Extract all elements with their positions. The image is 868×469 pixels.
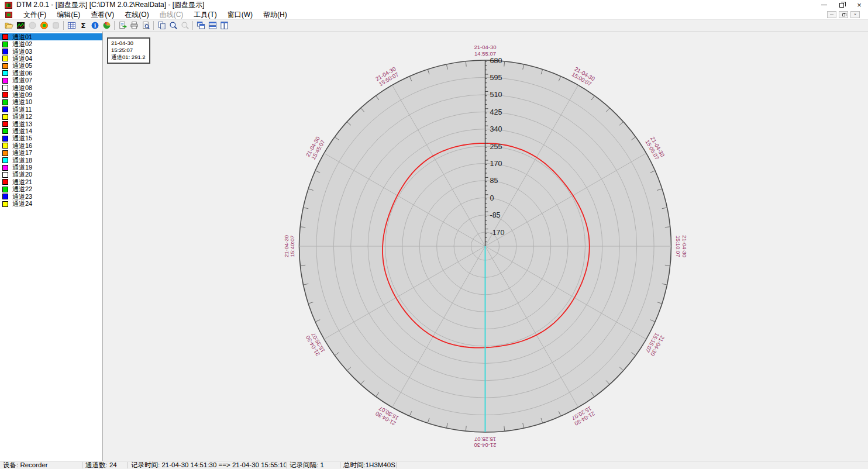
channel-item-24[interactable]: 通道24 (0, 200, 102, 207)
svg-text:Σ: Σ (81, 22, 85, 30)
close-button[interactable]: × (850, 0, 868, 10)
info-button[interactable]: i (89, 20, 101, 31)
mdi-window-controls: × (827, 11, 868, 18)
open-file-button[interactable] (3, 20, 15, 31)
menu-item-3[interactable]: 查看(V) (85, 9, 119, 20)
channel-color-swatch (2, 136, 8, 142)
mdi-minimize-button[interactable] (827, 11, 836, 18)
menu-bar: 文件(F)编辑(E)查看(V)在线(O)曲线(C)工具(T)窗口(W)帮助(H)… (0, 10, 868, 20)
channel-color-swatch (2, 194, 8, 199)
realtime-curve-icon (16, 21, 25, 30)
status-section-2: 通道数: 24 (82, 461, 128, 469)
channel-color-swatch (2, 179, 8, 185)
minimize-button[interactable] (815, 0, 833, 10)
statistics-sigma-button[interactable]: Σ (77, 20, 89, 31)
menu-item-6[interactable]: 工具(T) (188, 9, 222, 20)
record-button[interactable] (38, 20, 50, 31)
close-icon: × (857, 1, 862, 9)
time-label: 21-04-3015:40:07 (283, 235, 296, 257)
mdi-child-icon (5, 12, 12, 18)
axis-label: -170 (490, 229, 505, 237)
cascade-windows-icon (197, 21, 205, 30)
data-table-icon (67, 21, 76, 30)
channel-color-swatch (2, 70, 8, 76)
tile-horizontal-icon (208, 21, 217, 30)
channel-color-swatch (2, 143, 8, 149)
tile-horizontal-button[interactable] (206, 20, 218, 31)
channel-label: 通道24 (12, 199, 32, 208)
svg-text:21-04-3015:40:07: 21-04-3015:40:07 (283, 235, 296, 257)
print-icon (130, 21, 139, 30)
channel-color-swatch (2, 85, 8, 91)
mdi-restore-button[interactable] (839, 11, 848, 18)
data-table-button[interactable] (66, 20, 77, 31)
axis-label: 255 (490, 143, 502, 151)
status-section-1: 设备: Recorder (0, 461, 82, 469)
menu-item-7[interactable]: 窗口(W) (222, 9, 258, 20)
pie-chart-button[interactable] (101, 20, 112, 31)
axis-label: 340 (490, 125, 502, 133)
export-button[interactable] (116, 20, 128, 31)
tile-vertical-button[interactable] (218, 20, 230, 31)
axis-label: 170 (490, 160, 502, 168)
mdi-close-button[interactable]: × (850, 11, 860, 18)
main-content: 通道01通道02通道03通道04通道05通道06通道07通道08通道09通道10… (0, 32, 868, 461)
channel-color-swatch (2, 128, 8, 134)
print-preview-button[interactable] (140, 20, 151, 31)
record-icon (40, 21, 49, 30)
zoom-selection-button (179, 20, 191, 31)
cascade-windows-button[interactable] (195, 20, 206, 31)
time-label: 21-04-3014:55:07 (474, 44, 496, 57)
print-preview-icon (142, 21, 150, 30)
info-icon: i (91, 21, 99, 30)
menu-item-4[interactable]: 在线(O) (119, 9, 154, 20)
channel-color-swatch (2, 106, 8, 112)
window-controls: × (815, 0, 868, 10)
time-label: 21-04-3015:10:07 (675, 235, 688, 257)
status-section-5: 总时间:1H3M40S (340, 461, 396, 469)
channel-list-panel: 通道01通道02通道03通道04通道05通道06通道07通道08通道09通道10… (0, 32, 103, 461)
status-section-4: 记录间隔: 1 (287, 461, 340, 469)
axis-label: 0 (490, 194, 494, 202)
open-file-icon (5, 21, 13, 30)
channel-color-swatch (2, 56, 8, 61)
mdi-minimize-icon (830, 15, 833, 15)
zoom-selection-icon (181, 21, 190, 30)
axis-label: -85 (490, 211, 501, 219)
svg-text:21-04-3015:10:07: 21-04-3015:10:07 (675, 235, 688, 257)
status-bar: 设备: Recorder通道数: 24记录时间: 21-04-30 14:51:… (0, 461, 868, 469)
play-button (26, 20, 38, 31)
axis-label: 425 (490, 108, 502, 116)
copy-button[interactable] (156, 20, 167, 31)
channel-color-swatch (2, 187, 8, 192)
print-button[interactable] (128, 20, 140, 31)
time-label: 21-04-3015:25:07 (474, 436, 496, 449)
channel-color-swatch (2, 172, 8, 178)
menu-item-5: 曲线(C) (154, 9, 189, 20)
channel-color-swatch (2, 34, 8, 40)
svg-text:21-04-3015:25:07: 21-04-3015:25:07 (474, 436, 496, 449)
channel-color-swatch (2, 99, 8, 105)
axis-label: 510 (490, 91, 502, 99)
app-window: DTM 2.0.1 - [圆盘显示] [C:\DTM 2.0.2\RealDat… (0, 0, 868, 469)
status-divider (396, 462, 397, 468)
disc-chart-area: 21-04-30 15:25:07 通道01: 291.2 6805955104… (103, 32, 868, 461)
minimize-icon (821, 5, 827, 5)
menu-item-1[interactable]: 文件(F) (18, 9, 51, 20)
channel-color-swatch (2, 150, 8, 156)
channel-color-swatch (2, 121, 8, 127)
axis-label: 85 (490, 177, 498, 185)
channel-color-swatch (2, 157, 8, 163)
realtime-curve-button[interactable] (15, 20, 26, 31)
play-icon (28, 21, 37, 30)
channel-color-swatch (2, 92, 8, 98)
axis-label: 595 (490, 74, 502, 82)
channel-color-swatch (2, 201, 8, 207)
toolbar-separator (63, 21, 64, 30)
restore-button[interactable] (833, 0, 850, 10)
menu-item-2[interactable]: 编辑(E) (51, 9, 85, 20)
zoom-icon (169, 21, 178, 30)
toolbar-separator (114, 21, 115, 30)
zoom-button[interactable] (167, 20, 179, 31)
menu-item-8[interactable]: 帮助(H) (258, 9, 292, 20)
